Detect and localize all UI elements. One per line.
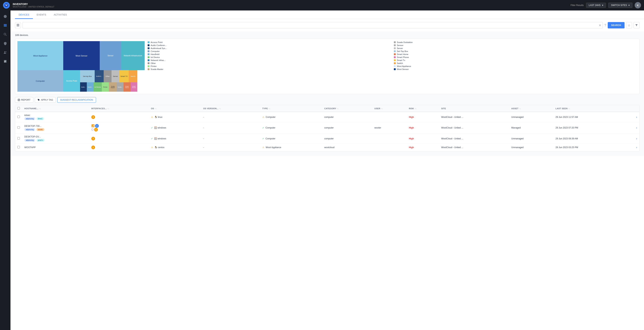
header-site[interactable]: SITE [439,105,509,112]
chart-container: Woot Appliance Woot Sensor Sensor Networ… [15,39,640,94]
view-detail-button[interactable]: › [627,116,637,119]
hostname[interactable]: iotsec [24,114,87,116]
tag-badge[interactable]: time1 [36,117,44,120]
tm-switch[interactable]: Switch [129,70,137,82]
view-cell[interactable]: › [625,144,639,151]
search-input[interactable] [24,24,599,27]
legend-woot-appliance: Woot Appliance [394,65,637,67]
header-risk[interactable]: RISK ↑↓ [406,105,439,112]
check-icon: ✓ [151,137,153,140]
table-row: DESKTOP-GV... adpiscing prod s 1 ✓ 🪟 [15,134,639,144]
help-icon[interactable]: ? [604,24,606,27]
row-checkbox[interactable] [18,126,20,129]
tm-audiovisual[interactable]: Audiovi... [95,70,104,82]
header-category[interactable]: CATEGORY ↑↓ [322,105,372,112]
tag-badge[interactable]: adpiscing [24,117,35,120]
favorite-search-button[interactable]: ☆ [626,22,632,28]
header-type[interactable]: TYPE ↑↓ [260,105,322,112]
sidebar-item-security[interactable] [2,40,9,47]
treemap[interactable]: Woot Appliance Woot Sensor Sensor Networ… [18,41,145,92]
row-checkbox[interactable] [18,146,20,148]
hostname[interactable]: DESKTOP-730... [24,125,87,128]
tag-badge[interactable]: prod s [36,139,45,142]
row-checkbox-cell[interactable] [15,112,22,122]
tm-scada-master[interactable]: Scada Master [109,82,117,92]
header-interfaces[interactable]: INTERFACES... ↑↓ [89,105,149,112]
user-cell [372,134,406,144]
view-detail-button[interactable]: › [627,146,637,149]
sidebar-item-home[interactable] [2,13,9,20]
switch-sites-button[interactable]: SWITCH SITES ▾ [608,2,632,8]
tm-set-top-box[interactable]: Set-top Box [80,70,95,82]
sidebar-item-search[interactable] [2,31,9,38]
top-nav: INVENTORY WOOTCLOUD - UNITED STATES, DEF… [0,0,644,10]
tm-other[interactable]: Other [104,70,112,82]
header-last-seen[interactable]: LAST SEEN ↑↓ [553,105,625,112]
time-filter-dropdown[interactable]: LAST 24HS ▾ [586,2,606,8]
tm-woot-sensor[interactable]: Woot Sensor [63,41,100,70]
svg-point-7 [4,51,6,52]
row-checkbox[interactable] [18,137,20,140]
suggest-reclassification-button[interactable]: SUGGEST RECLASSIFICATION [57,97,96,103]
tag-badge[interactable]: adpiscing [24,128,35,131]
header-select-all[interactable] [15,105,22,112]
sidebar-item-reports[interactable] [2,58,9,65]
clear-search-icon[interactable]: ✕ [599,24,601,27]
tm-smart-tv[interactable]: Smart TV [119,70,129,82]
user-avatar-button[interactable]: K [635,2,641,8]
tm-computer[interactable]: Computer [18,70,63,92]
interface-badge: 1 [94,128,98,132]
tm-network-infra[interactable]: Network Infrastructure [121,41,145,70]
tm-access-point[interactable]: Access Point [63,70,80,92]
sidebar-item-inventory[interactable] [2,22,9,29]
legend-dot [394,47,396,49]
os-value: windows [158,137,166,140]
row-checkbox-cell[interactable] [15,122,22,134]
view-cell[interactable]: › [625,112,639,122]
tm-smart-home[interactable]: Smart Home [124,82,130,92]
tm-audio[interactable]: Audio... [80,82,87,92]
tag-badge[interactable]: adpiscing [24,139,35,142]
search-button[interactable]: SEARCH [608,22,624,28]
tm-printer[interactable]: Printer [102,82,109,92]
hostname[interactable]: DESKTOP-GV... [24,136,87,138]
row-checkbox-cell[interactable] [15,134,22,144]
view-detail-button[interactable]: › [627,126,637,130]
tm-handheld[interactable]: Handh... [87,82,94,92]
row-checkbox-cell[interactable] [15,144,22,151]
devices-table: HOSTNAME... ↑↓ INTERFACES... ↑↓ OS ↑↓ OS… [15,105,640,151]
header-hostname[interactable]: HOSTNAME... ↑↓ [22,105,89,112]
apply-tag-button[interactable]: APPLY TAG [35,97,56,103]
header-os[interactable]: OS ↑↓ [149,105,201,112]
select-all-checkbox[interactable] [18,107,20,110]
view-cell[interactable]: › [625,134,639,144]
header-os-version[interactable]: OS VERSION... ↑↓ [201,105,260,112]
sidebar-item-users[interactable] [2,49,9,56]
tab-events[interactable]: EVENTS [33,10,50,19]
row-checkbox[interactable] [18,116,20,118]
filter-button[interactable] [634,22,640,28]
tab-activities[interactable]: ACTIVITIES [50,10,70,19]
interface-badge: 2 [95,124,99,128]
tm-sensor[interactable]: Sensor [100,41,121,70]
tm-server[interactable]: Server [112,70,119,82]
os-version-cell: - [201,134,260,144]
tm-iot[interactable]: Iot Device [94,82,102,92]
header-user[interactable]: USER ↑↓ [372,105,406,112]
warn-icon: ⚠ [262,116,264,118]
tm-smart-phone[interactable]: Smart Phone [130,82,137,92]
header-asset[interactable]: ASSET ↑↓ [509,105,553,112]
view-cell[interactable]: › [625,122,639,134]
legend-scada-master: Scada Master [148,68,391,70]
toolbar: REPORT APPLY TAG SUGGEST RECLASSIFICATIO… [15,97,640,103]
tm-scada-out[interactable]: Scada... [117,82,124,92]
risk-value: High [409,137,414,140]
hostname[interactable]: WOOTAPP [24,146,87,149]
report-button[interactable]: REPORT [15,97,33,103]
tab-devices[interactable]: DEVICES [15,10,33,19]
search-toggle-button[interactable] [15,22,21,28]
tag-badge[interactable]: wootc [36,128,44,131]
legend-dot [148,56,150,58]
tm-woot-appliance[interactable]: Woot Appliance [18,41,63,70]
view-detail-button[interactable]: › [627,137,637,140]
